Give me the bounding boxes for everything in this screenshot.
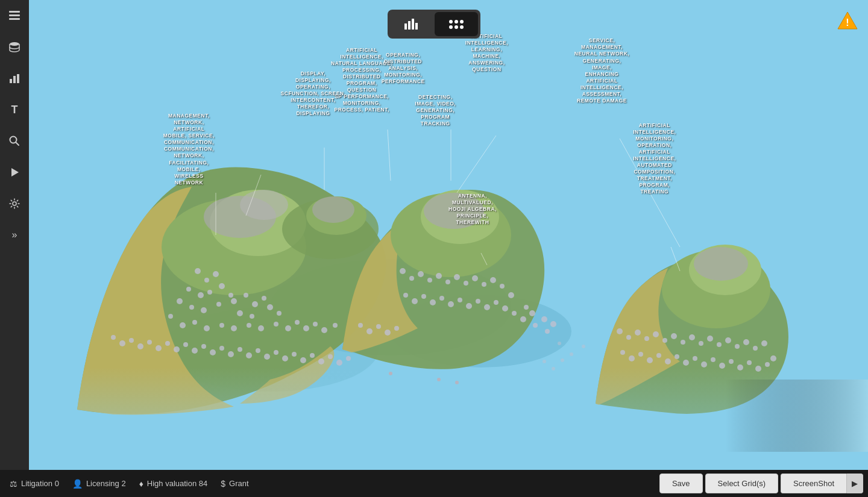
svg-point-29	[177, 298, 183, 304]
svg-point-96	[490, 277, 496, 283]
svg-point-116	[541, 316, 547, 322]
svg-point-27	[219, 283, 225, 289]
litigation-label: Litigation 0	[21, 479, 59, 488]
svg-point-41	[168, 314, 173, 319]
svg-point-111	[512, 311, 517, 316]
svg-point-20	[240, 190, 288, 220]
bar-chart-button[interactable]	[390, 12, 432, 36]
svg-point-135	[689, 334, 695, 340]
svg-point-137	[707, 336, 713, 342]
svg-point-56	[111, 335, 116, 340]
svg-point-52	[303, 325, 309, 331]
svg-point-164	[312, 196, 354, 223]
svg-point-53	[313, 322, 318, 327]
scatter-dots-button[interactable]	[435, 12, 478, 36]
svg-point-22	[204, 278, 209, 283]
svg-point-120	[366, 328, 373, 334]
svg-point-23	[213, 271, 219, 277]
grant-icon: $	[221, 479, 225, 489]
svg-point-92	[454, 274, 460, 280]
settings-icon[interactable]	[5, 194, 24, 213]
text-tool-icon[interactable]: T	[5, 100, 24, 119]
screenshot-button-group: ScreenShot ▶	[781, 474, 863, 493]
chart-bar-icon[interactable]	[5, 69, 24, 88]
svg-point-154	[711, 357, 715, 362]
expand-icon[interactable]: »	[5, 225, 24, 245]
svg-point-60	[147, 340, 152, 345]
screenshot-button[interactable]: ScreenShot	[781, 474, 846, 493]
svg-point-128	[626, 335, 631, 340]
svg-point-25	[198, 292, 204, 298]
svg-point-100	[412, 298, 418, 304]
svg-point-127	[617, 328, 623, 334]
svg-point-65	[192, 348, 198, 354]
warning-icon[interactable]: !	[837, 10, 858, 31]
svg-point-62	[165, 341, 170, 346]
svg-point-158	[747, 360, 752, 365]
svg-point-74	[274, 350, 278, 355]
svg-point-85	[424, 193, 484, 229]
svg-point-147	[647, 357, 653, 363]
svg-point-169	[570, 352, 573, 356]
svg-point-50	[285, 325, 291, 331]
svg-point-21	[195, 268, 201, 274]
svg-point-151	[683, 360, 689, 366]
svg-point-114	[529, 310, 535, 316]
svg-point-70	[237, 347, 242, 352]
svg-point-90	[436, 273, 442, 279]
svg-point-34	[244, 293, 248, 298]
valuation-icon: ♦	[139, 479, 143, 489]
svg-point-71	[246, 352, 252, 358]
svg-point-160	[765, 362, 770, 367]
svg-point-104	[448, 301, 454, 307]
svg-point-64	[183, 342, 188, 347]
terrain-visualization	[29, 0, 868, 470]
svg-point-118	[550, 321, 556, 327]
svg-point-87	[409, 276, 414, 281]
svg-point-36	[262, 296, 266, 301]
svg-point-136	[699, 341, 703, 346]
svg-point-24	[186, 287, 191, 292]
svg-point-38	[250, 314, 254, 319]
svg-point-171	[542, 360, 546, 363]
database-icon[interactable]	[5, 37, 24, 57]
svg-point-67	[210, 349, 216, 355]
svg-point-44	[204, 325, 210, 331]
svg-point-132	[662, 338, 667, 343]
layers-icon[interactable]	[5, 6, 24, 25]
svg-point-72	[256, 348, 260, 353]
svg-point-49	[274, 322, 278, 327]
svg-point-63	[174, 346, 180, 352]
top-toolbar	[388, 10, 480, 39]
svg-rect-5	[13, 76, 16, 83]
scatter-dots-icon	[449, 17, 464, 31]
text-label: T	[11, 104, 18, 116]
svg-rect-4	[10, 79, 12, 83]
svg-point-112	[520, 316, 526, 322]
search-icon[interactable]	[5, 131, 24, 151]
svg-point-68	[219, 346, 224, 351]
svg-point-152	[693, 356, 697, 361]
svg-point-140	[735, 344, 740, 349]
svg-point-89	[427, 278, 432, 283]
svg-point-138	[717, 342, 722, 347]
svg-point-168	[558, 342, 561, 345]
svg-point-170	[582, 345, 585, 348]
map-area: ARTIFICIALINTELLIGENCE,NATURAL LANGUAGE,…	[29, 0, 868, 470]
svg-point-32	[216, 302, 221, 307]
high-valuation-badge: ♦ High valuation 84	[139, 479, 212, 489]
select-grid-button[interactable]: Select Grid(s)	[705, 474, 778, 493]
svg-point-105	[458, 298, 462, 302]
screenshot-dropdown-button[interactable]: ▶	[846, 474, 863, 493]
svg-point-10	[13, 202, 16, 205]
svg-point-75	[282, 355, 288, 361]
svg-point-142	[753, 346, 758, 351]
bar-chart-icon	[404, 19, 418, 30]
svg-point-94	[472, 275, 478, 281]
svg-point-80	[328, 354, 333, 359]
status-bar: ⚖ Litigation 0 👤 Licensing 2 ♦ High valu…	[0, 470, 868, 497]
licensing-label: Licensing 2	[86, 479, 126, 488]
save-button[interactable]: Save	[659, 474, 703, 493]
svg-point-93	[464, 281, 468, 286]
play-icon[interactable]	[5, 163, 24, 182]
